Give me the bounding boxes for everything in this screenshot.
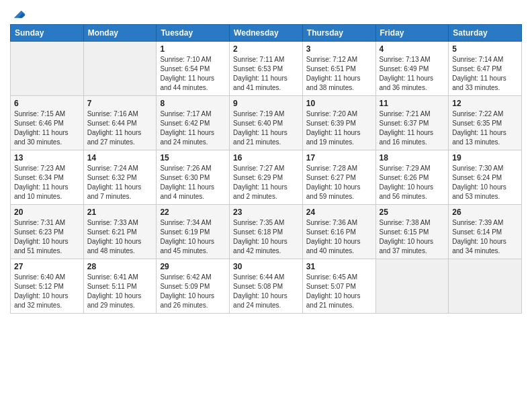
day-number: 13 xyxy=(14,153,80,163)
day-info: Sunrise: 7:21 AM Sunset: 6:37 PM Dayligh… xyxy=(380,109,445,147)
day-number: 14 xyxy=(87,153,153,163)
calendar-cell: 22Sunrise: 7:34 AM Sunset: 6:19 PM Dayli… xyxy=(157,205,230,259)
day-number: 26 xyxy=(452,208,518,217)
day-number: 2 xyxy=(233,44,299,54)
weekday-header-monday: Monday xyxy=(83,25,157,42)
calendar-cell: 30Sunrise: 6:44 AM Sunset: 5:08 PM Dayli… xyxy=(230,259,303,314)
day-number: 19 xyxy=(452,153,518,163)
calendar-cell: 21Sunrise: 7:33 AM Sunset: 6:21 PM Dayli… xyxy=(83,205,157,259)
day-number: 10 xyxy=(306,99,372,108)
day-info: Sunrise: 7:24 AM Sunset: 6:32 PM Dayligh… xyxy=(87,164,153,201)
day-number: 16 xyxy=(233,153,299,163)
calendar-cell xyxy=(449,259,522,314)
day-info: Sunrise: 7:11 AM Sunset: 6:53 PM Dayligh… xyxy=(233,55,299,93)
weekday-header-row: SundayMondayTuesdayWednesdayThursdayFrid… xyxy=(11,25,522,42)
day-number: 18 xyxy=(380,153,445,163)
day-info: Sunrise: 7:14 AM Sunset: 6:47 PM Dayligh… xyxy=(452,55,518,93)
day-info: Sunrise: 7:15 AM Sunset: 6:46 PM Dayligh… xyxy=(14,109,80,147)
day-number: 31 xyxy=(306,262,372,271)
calendar-cell: 29Sunrise: 6:42 AM Sunset: 5:09 PM Dayli… xyxy=(157,259,230,314)
calendar-cell: 19Sunrise: 7:30 AM Sunset: 6:24 PM Dayli… xyxy=(449,150,522,205)
day-info: Sunrise: 7:13 AM Sunset: 6:49 PM Dayligh… xyxy=(380,55,445,93)
calendar-cell xyxy=(83,42,157,96)
calendar-table: SundayMondayTuesdayWednesdayThursdayFrid… xyxy=(10,24,522,314)
day-number: 21 xyxy=(87,208,153,217)
day-number: 15 xyxy=(160,153,226,163)
calendar-cell: 2Sunrise: 7:11 AM Sunset: 6:53 PM Daylig… xyxy=(230,42,303,96)
calendar-cell: 6Sunrise: 7:15 AM Sunset: 6:46 PM Daylig… xyxy=(11,96,84,150)
day-number: 6 xyxy=(14,99,80,108)
calendar-cell: 12Sunrise: 7:22 AM Sunset: 6:35 PM Dayli… xyxy=(449,96,522,150)
day-info: Sunrise: 6:44 AM Sunset: 5:08 PM Dayligh… xyxy=(233,273,299,310)
calendar-cell: 14Sunrise: 7:24 AM Sunset: 6:32 PM Dayli… xyxy=(83,150,157,205)
day-number: 29 xyxy=(160,262,226,271)
calendar-cell: 25Sunrise: 7:38 AM Sunset: 6:15 PM Dayli… xyxy=(375,205,449,259)
day-info: Sunrise: 6:45 AM Sunset: 5:07 PM Dayligh… xyxy=(306,273,372,310)
calendar-cell: 13Sunrise: 7:23 AM Sunset: 6:34 PM Dayli… xyxy=(11,150,84,205)
logo-icon xyxy=(11,7,26,21)
day-number: 11 xyxy=(380,99,445,108)
day-info: Sunrise: 7:38 AM Sunset: 6:15 PM Dayligh… xyxy=(380,218,445,256)
day-info: Sunrise: 7:28 AM Sunset: 6:27 PM Dayligh… xyxy=(306,164,372,201)
calendar-cell: 3Sunrise: 7:12 AM Sunset: 6:51 PM Daylig… xyxy=(302,42,375,96)
day-number: 9 xyxy=(233,99,299,108)
day-number: 20 xyxy=(14,208,80,217)
day-info: Sunrise: 7:19 AM Sunset: 6:40 PM Dayligh… xyxy=(233,109,299,147)
calendar-week-3: 13Sunrise: 7:23 AM Sunset: 6:34 PM Dayli… xyxy=(11,150,522,205)
calendar-cell: 20Sunrise: 7:31 AM Sunset: 6:23 PM Dayli… xyxy=(11,205,84,259)
calendar-week-1: 1Sunrise: 7:10 AM Sunset: 6:54 PM Daylig… xyxy=(11,42,522,96)
calendar-cell: 26Sunrise: 7:39 AM Sunset: 6:14 PM Dayli… xyxy=(449,205,522,259)
calendar-cell: 15Sunrise: 7:26 AM Sunset: 6:30 PM Dayli… xyxy=(157,150,230,205)
day-number: 12 xyxy=(452,99,518,108)
day-info: Sunrise: 7:30 AM Sunset: 6:24 PM Dayligh… xyxy=(452,164,518,201)
calendar-cell xyxy=(11,42,84,96)
day-info: Sunrise: 7:39 AM Sunset: 6:14 PM Dayligh… xyxy=(452,218,518,256)
day-number: 7 xyxy=(87,99,153,108)
weekday-header-wednesday: Wednesday xyxy=(230,25,303,42)
calendar-cell xyxy=(375,259,449,314)
calendar-cell: 28Sunrise: 6:41 AM Sunset: 5:11 PM Dayli… xyxy=(83,259,157,314)
calendar-cell: 31Sunrise: 6:45 AM Sunset: 5:07 PM Dayli… xyxy=(302,259,375,314)
calendar-week-4: 20Sunrise: 7:31 AM Sunset: 6:23 PM Dayli… xyxy=(11,205,522,259)
weekday-header-friday: Friday xyxy=(375,25,449,42)
day-info: Sunrise: 7:29 AM Sunset: 6:26 PM Dayligh… xyxy=(380,164,445,201)
weekday-header-saturday: Saturday xyxy=(449,25,522,42)
day-number: 25 xyxy=(380,208,445,217)
calendar-cell: 18Sunrise: 7:29 AM Sunset: 6:26 PM Dayli… xyxy=(375,150,449,205)
day-info: Sunrise: 7:12 AM Sunset: 6:51 PM Dayligh… xyxy=(306,55,372,93)
day-info: Sunrise: 7:20 AM Sunset: 6:39 PM Dayligh… xyxy=(306,109,372,147)
calendar-cell: 11Sunrise: 7:21 AM Sunset: 6:37 PM Dayli… xyxy=(375,96,449,150)
calendar-cell: 23Sunrise: 7:35 AM Sunset: 6:18 PM Dayli… xyxy=(230,205,303,259)
day-info: Sunrise: 6:41 AM Sunset: 5:11 PM Dayligh… xyxy=(87,273,153,310)
day-number: 23 xyxy=(233,208,299,217)
weekday-header-sunday: Sunday xyxy=(11,25,84,42)
day-info: Sunrise: 7:23 AM Sunset: 6:34 PM Dayligh… xyxy=(14,164,80,201)
calendar-cell: 7Sunrise: 7:16 AM Sunset: 6:44 PM Daylig… xyxy=(83,96,157,150)
calendar-cell: 10Sunrise: 7:20 AM Sunset: 6:39 PM Dayli… xyxy=(302,96,375,150)
day-info: Sunrise: 7:34 AM Sunset: 6:19 PM Dayligh… xyxy=(160,218,226,256)
calendar-cell: 8Sunrise: 7:17 AM Sunset: 6:42 PM Daylig… xyxy=(157,96,230,150)
day-number: 17 xyxy=(306,153,372,163)
weekday-header-tuesday: Tuesday xyxy=(157,25,230,42)
day-number: 5 xyxy=(452,44,518,54)
calendar-cell: 5Sunrise: 7:14 AM Sunset: 6:47 PM Daylig… xyxy=(449,42,522,96)
day-info: Sunrise: 7:36 AM Sunset: 6:16 PM Dayligh… xyxy=(306,218,372,256)
calendar-cell: 9Sunrise: 7:19 AM Sunset: 6:40 PM Daylig… xyxy=(230,96,303,150)
day-info: Sunrise: 7:27 AM Sunset: 6:29 PM Dayligh… xyxy=(233,164,299,201)
header xyxy=(10,7,522,19)
day-info: Sunrise: 6:42 AM Sunset: 5:09 PM Dayligh… xyxy=(160,273,226,310)
page: SundayMondayTuesdayWednesdayThursdayFrid… xyxy=(0,0,532,411)
day-number: 8 xyxy=(160,99,226,108)
weekday-header-thursday: Thursday xyxy=(302,25,375,42)
day-number: 24 xyxy=(306,208,372,217)
day-number: 27 xyxy=(14,262,80,271)
day-number: 3 xyxy=(306,44,372,54)
day-number: 28 xyxy=(87,262,153,271)
day-info: Sunrise: 7:10 AM Sunset: 6:54 PM Dayligh… xyxy=(160,55,226,93)
day-number: 1 xyxy=(160,44,226,54)
calendar-cell: 4Sunrise: 7:13 AM Sunset: 6:49 PM Daylig… xyxy=(375,42,449,96)
calendar-week-5: 27Sunrise: 6:40 AM Sunset: 5:12 PM Dayli… xyxy=(11,259,522,314)
calendar-cell: 16Sunrise: 7:27 AM Sunset: 6:29 PM Dayli… xyxy=(230,150,303,205)
day-info: Sunrise: 7:26 AM Sunset: 6:30 PM Dayligh… xyxy=(160,164,226,201)
calendar-cell: 17Sunrise: 7:28 AM Sunset: 6:27 PM Dayli… xyxy=(302,150,375,205)
